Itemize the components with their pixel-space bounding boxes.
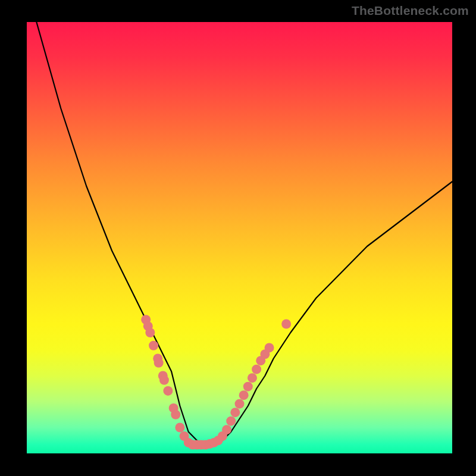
data-marker bbox=[145, 328, 155, 337]
data-marker bbox=[226, 416, 236, 426]
data-marker bbox=[159, 375, 169, 385]
plot-area bbox=[27, 22, 452, 453]
data-marker bbox=[265, 343, 274, 352]
data-marker bbox=[163, 386, 173, 396]
data-marker bbox=[171, 410, 180, 419]
data-marker bbox=[175, 423, 184, 433]
chart-frame: TheBottleneck.com bbox=[0, 0, 476, 476]
data-marker bbox=[230, 408, 240, 417]
data-marker bbox=[252, 365, 261, 374]
data-marker bbox=[149, 341, 158, 350]
data-marker bbox=[222, 425, 231, 434]
data-marker bbox=[154, 358, 164, 368]
chart-svg bbox=[27, 22, 452, 453]
data-marker bbox=[239, 390, 249, 400]
curve-line bbox=[35, 18, 452, 445]
data-marker bbox=[281, 320, 291, 329]
data-marker bbox=[248, 373, 257, 383]
watermark-text: TheBottleneck.com bbox=[352, 4, 469, 18]
data-marker bbox=[235, 399, 245, 409]
data-marker bbox=[243, 382, 253, 392]
